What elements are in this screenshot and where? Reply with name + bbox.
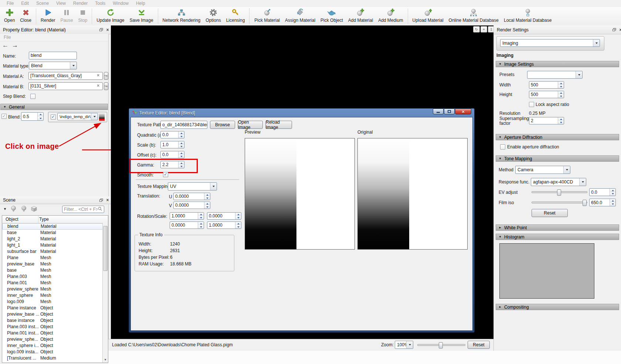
scene-row[interactable]: preview_base ...Object — [2, 311, 103, 317]
pick-material-button[interactable]: Pick Material — [252, 7, 282, 25]
show-materials-icon[interactable] — [10, 205, 17, 213]
name-input[interactable]: blend — [29, 52, 77, 59]
detach-view-icon[interactable]: + — [481, 26, 487, 32]
open-button[interactable]: Open — [1, 7, 17, 25]
scene-row[interactable]: subsurface barMaterial — [2, 248, 103, 255]
scene-list-scrollbar[interactable]: ▼ — [102, 223, 108, 363]
offset-spinner[interactable]: 0.0 — [160, 151, 184, 158]
menu-render[interactable]: Render — [69, 0, 91, 7]
scene-row[interactable]: Plane.001 inst...Object — [2, 330, 103, 336]
scene-row[interactable]: Plane.003Mesh — [2, 274, 103, 280]
material-b-input[interactable]: [0131_Silver] — [28, 82, 103, 90]
refresh-view-icon[interactable]: ↻ — [473, 26, 480, 32]
open-image-button[interactable]: Open Image — [238, 121, 263, 129]
white-point-section-header[interactable]: ► White Point — [496, 224, 619, 231]
compositing-section-header[interactable]: ► Compositing — [496, 304, 619, 310]
close-button[interactable]: Close — [17, 7, 34, 25]
save-image-button[interactable]: Save Image — [127, 7, 156, 25]
scene-row[interactable]: preview_sphe...Object — [2, 336, 103, 343]
assign-material-button[interactable]: Assign Material — [282, 7, 318, 25]
scene-row[interactable]: logo.009 insta...Object — [2, 349, 103, 355]
scene-row[interactable]: baseMesh — [2, 267, 103, 274]
show-mediums-icon[interactable] — [20, 205, 27, 213]
scene-row[interactable]: preview_baseMesh — [2, 261, 103, 267]
spinner-arrows-icon[interactable] — [178, 161, 184, 168]
spinner-arrows-icon[interactable] — [610, 189, 615, 196]
scene-row[interactable]: preview_sphereMesh — [2, 286, 103, 292]
minimize-button[interactable] — [433, 109, 444, 114]
spinner-arrows-icon[interactable] — [178, 131, 184, 138]
translation-u-spinner[interactable]: 0.0000 — [173, 193, 210, 200]
spinner-arrows-icon[interactable] — [178, 141, 184, 148]
online-material-database-button[interactable]: Online Material Database — [446, 7, 501, 25]
blend-enable-checkbox[interactable] — [1, 114, 7, 119]
zoom-reset-button[interactable]: Reset — [468, 341, 490, 349]
float-panel-icon[interactable] — [612, 27, 617, 32]
smooth-checkbox[interactable] — [163, 172, 168, 177]
stop-button[interactable]: Stop — [75, 7, 90, 25]
spinner-arrows-icon[interactable] — [235, 213, 241, 219]
general-section-header[interactable]: ▼ General — [0, 104, 108, 110]
slider-thumb[interactable] — [583, 200, 587, 206]
texture-thumbnail[interactable] — [99, 113, 105, 121]
settings-category-dropdown[interactable]: Imaging — [500, 39, 600, 47]
spinner-arrows-icon[interactable] — [178, 151, 184, 158]
texture-path-input[interactable]: o_dir_1406881734\blend.tif — [160, 121, 207, 129]
menu-file[interactable]: File — [3, 0, 17, 7]
scale-spinner[interactable]: 1.0 — [160, 141, 184, 148]
browse-button[interactable]: Browse — [210, 121, 235, 129]
close-panel-icon[interactable]: × — [618, 27, 621, 32]
column-header-object[interactable]: Object — [2, 216, 38, 223]
tone-mapping-reset-button[interactable]: Reset — [532, 209, 568, 217]
scene-tree-collapse-icon[interactable]: ▼ — [3, 207, 7, 211]
slider-thumb[interactable] — [557, 189, 561, 196]
ev-adjust-slider[interactable] — [532, 189, 587, 195]
menu-help[interactable]: Help — [132, 0, 149, 7]
pause-button[interactable]: Pause — [58, 7, 75, 25]
zoom-slider[interactable] — [417, 342, 465, 348]
scene-row[interactable]: Plane.003 inst...Object — [2, 324, 103, 330]
clear-material-b-icon[interactable]: × — [97, 83, 99, 88]
texture-editor-title-bar[interactable]: Texture Editor: blend [Blend] × — [130, 109, 473, 117]
scene-row[interactable]: [Translucent ...Medium — [2, 355, 103, 361]
scrollbar-down-arrow[interactable]: ▼ — [103, 357, 108, 363]
dialog-close-button[interactable]: × — [455, 109, 471, 114]
spinner-arrows-icon[interactable] — [235, 222, 241, 229]
menu-window[interactable]: Window — [109, 0, 132, 7]
presets-dropdown[interactable] — [527, 71, 583, 79]
film-iso-spinner[interactable]: 650.0 — [589, 199, 616, 206]
add-medium-button[interactable]: Add Medium — [376, 7, 405, 25]
scene-row[interactable]: light_1Material — [2, 242, 103, 248]
image-settings-section-header[interactable]: ▼ Image Settings — [496, 61, 619, 67]
maximize-button[interactable] — [444, 109, 455, 114]
scene-row[interactable]: logo.009Mesh — [2, 299, 103, 305]
spinner-arrows-icon[interactable] — [558, 91, 564, 98]
material-a-input[interactable]: [Translucent_Glass_Gray] — [28, 72, 103, 80]
update-image-button[interactable]: Update Image — [94, 7, 127, 25]
ev-adjust-spinner[interactable]: 0.0 — [589, 188, 616, 196]
scene-row[interactable]: light_2Material — [2, 236, 103, 242]
spinner-arrows-icon[interactable] — [204, 202, 210, 209]
rotation-spinner-11[interactable]: 1.0000 — [207, 222, 241, 229]
spinner-arrows-icon[interactable] — [37, 113, 43, 120]
scene-row[interactable]: PlaneMesh — [2, 255, 103, 261]
rotation-spinner-00[interactable]: 1.0000 — [170, 212, 204, 220]
menu-view[interactable]: View — [52, 0, 69, 7]
zoom-dropdown[interactable]: 100% — [395, 341, 413, 349]
close-panel-icon[interactable]: × — [105, 27, 110, 32]
step-blend-checkbox[interactable] — [30, 94, 35, 99]
goto-material-a-button[interactable]: ↪ — [104, 72, 108, 80]
scene-row-selected[interactable]: blendMaterial — [2, 223, 103, 230]
rotation-spinner-01[interactable]: 0.0000 — [207, 212, 241, 220]
blend-map-dropdown[interactable]: \indigo_temp_dir\ind — [57, 113, 98, 120]
render-button[interactable]: Render — [38, 7, 58, 25]
scene-row[interactable]: inner_sphereMesh — [2, 292, 103, 299]
lock-aspect-ratio-checkbox[interactable] — [529, 102, 534, 107]
spinner-arrows-icon[interactable] — [204, 193, 210, 200]
goto-material-b-button[interactable]: ↪ — [104, 82, 108, 90]
add-material-button[interactable]: Add Material — [346, 7, 376, 25]
network-rendering-button[interactable]: Network Rendering — [160, 7, 203, 25]
spinner-arrows-icon[interactable] — [558, 117, 564, 124]
texture-editor-dialog[interactable]: Texture Editor: blend [Blend] × Texture … — [129, 108, 475, 333]
licensing-button[interactable]: Licensing — [224, 7, 248, 25]
